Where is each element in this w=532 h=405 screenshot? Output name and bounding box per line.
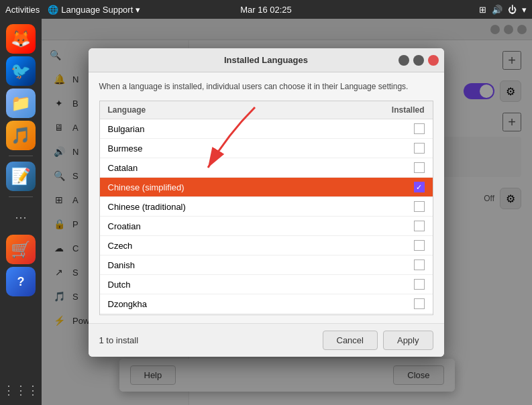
modal-minimize-button[interactable] — [398, 55, 409, 66]
dock-icon-thunderbird[interactable]: 🐦 — [6, 56, 36, 86]
datetime-text: Mar 16 02:25 — [240, 5, 292, 15]
language-row[interactable]: Dzongkha — [100, 294, 433, 314]
language-row[interactable]: Chinese (traditional) — [100, 197, 433, 217]
modal-description: When a language is installed, individual… — [99, 80, 433, 93]
topbar: Activities 🌐 Language Support ▾ Mar 16 0… — [0, 0, 532, 19]
globe-icon: 🌐 — [48, 5, 58, 15]
modal-title: Installed Languages — [224, 55, 308, 65]
dock: 🦊 🐦 📁 🎵 📝 ⋯ 🛒 ? ⋮⋮⋮ — [0, 19, 42, 405]
language-checkbox[interactable] — [414, 279, 425, 290]
dock-separator — [9, 156, 33, 156]
installed-languages-dialog: Installed Languages When a language is i… — [89, 48, 444, 357]
install-count: 1 to install — [99, 335, 139, 345]
language-row[interactable]: Czech — [100, 236, 433, 255]
language-name: Czech — [108, 241, 133, 251]
language-name: Croatian — [108, 221, 141, 231]
network-icon[interactable]: ⊞ — [479, 5, 486, 15]
topbar-left: Activities 🌐 Language Support ▾ — [5, 5, 140, 15]
language-checkbox[interactable]: ✓ — [414, 182, 425, 192]
language-rows-container: BulgarianBurmeseCatalanChinese (simplifi… — [100, 119, 433, 315]
language-row[interactable]: Catalan — [100, 158, 433, 178]
language-row[interactable]: Danish — [100, 255, 433, 275]
language-support-menu[interactable]: 🌐 Language Support ▾ — [48, 5, 140, 15]
installed-col-header: Installed — [392, 105, 425, 115]
modal-close-button[interactable] — [428, 55, 439, 66]
desktop: Activities 🌐 Language Support ▾ Mar 16 0… — [0, 0, 532, 405]
language-list[interactable]: Language Installed BulgarianBurmeseCatal… — [99, 101, 433, 315]
language-support-label: Language Support — [61, 5, 133, 15]
language-name: Dzongkha — [108, 299, 148, 309]
language-checkbox[interactable] — [414, 259, 425, 270]
dock-icon-firefox[interactable]: 🦊 — [6, 24, 36, 54]
cancel-button[interactable]: Cancel — [323, 331, 378, 350]
language-row[interactable]: Croatian — [100, 217, 433, 236]
language-row[interactable]: English✓ — [100, 314, 433, 315]
apply-button[interactable]: Apply — [383, 331, 433, 350]
activities-button[interactable]: Activities — [5, 5, 40, 15]
language-checkbox[interactable] — [414, 162, 425, 173]
language-checkbox[interactable] — [414, 298, 425, 309]
dock-icon-show-apps[interactable]: ⋮⋮⋮ — [6, 375, 36, 405]
language-list-header: Language Installed — [100, 101, 433, 119]
language-name: Dutch — [108, 280, 131, 290]
language-row[interactable]: Burmese — [100, 139, 433, 158]
modal-footer: 1 to install Cancel Apply — [89, 323, 444, 357]
language-checkbox[interactable] — [414, 221, 425, 231]
language-name: Burmese — [108, 143, 143, 154]
language-name: Chinese (traditional) — [108, 202, 186, 212]
language-name: Bulgarian — [108, 124, 145, 134]
language-col-header: Language — [108, 105, 146, 115]
language-checkbox[interactable] — [414, 143, 425, 154]
modal-maximize-button[interactable] — [413, 55, 424, 66]
modal-titlebar: Installed Languages — [89, 48, 444, 72]
language-checkbox[interactable] — [414, 123, 425, 134]
chevron-right-icon: ▾ — [522, 5, 527, 15]
language-name: Danish — [108, 260, 135, 270]
dock-icon-appgrid[interactable]: ⋯ — [6, 202, 36, 232]
language-name: Chinese (simplified) — [108, 182, 184, 192]
language-name: Catalan — [108, 163, 138, 173]
modal-titlebar-buttons — [398, 55, 439, 66]
language-checkbox[interactable] — [414, 201, 425, 212]
modal-body: When a language is installed, individual… — [89, 72, 444, 323]
topbar-right: ⊞ 🔊 ⏻ ▾ — [479, 5, 527, 15]
power-icon[interactable]: ⏻ — [508, 5, 517, 15]
chevron-down-icon: ▾ — [136, 5, 140, 15]
language-row[interactable]: Bulgarian — [100, 119, 433, 139]
dock-icon-files[interactable]: 📁 — [6, 89, 36, 118]
language-row[interactable]: Chinese (simplified)✓ — [100, 178, 433, 197]
dock-icon-help[interactable]: ? — [6, 267, 36, 296]
dock-icon-rhythmbox[interactable]: 🎵 — [6, 121, 36, 150]
volume-icon[interactable]: 🔊 — [492, 5, 502, 15]
footer-buttons: Cancel Apply — [323, 331, 433, 350]
datetime-display: Mar 16 02:25 — [240, 5, 292, 15]
language-checkbox[interactable] — [414, 240, 425, 251]
language-row[interactable]: Dutch — [100, 275, 433, 294]
dock-separator-2 — [9, 196, 33, 197]
dock-icon-writer[interactable]: 📝 — [6, 162, 36, 191]
dock-icon-software[interactable]: 🛒 — [6, 235, 36, 264]
